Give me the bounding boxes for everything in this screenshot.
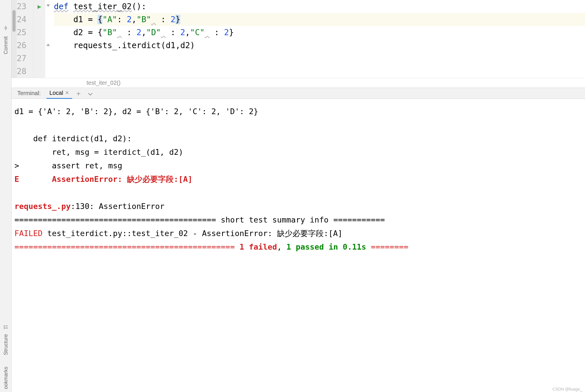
- code-content[interactable]: def test_iter_02(): d1 = {"A": 2,"B" : 2…: [45, 0, 585, 78]
- watermark: CSDN @liuage_: [552, 387, 582, 391]
- close-icon[interactable]: ✕: [65, 90, 69, 96]
- code-line[interactable]: requests_.iterdict(d1,d2): [54, 39, 585, 52]
- terminal-text: def iterdict(d1, d2):: [14, 134, 132, 143]
- svg-rect-3: [4, 325, 5, 326]
- terminal-result-line: ========================================…: [14, 242, 239, 251]
- code-line-current[interactable]: d1 = {"A": 2,"B" : 2}: [54, 13, 585, 26]
- run-test-icon[interactable]: ▶: [38, 3, 41, 10]
- code-line[interactable]: def test_iter_02():: [54, 0, 585, 13]
- line-number: 25: [17, 26, 31, 39]
- add-terminal-button[interactable]: ＋: [75, 90, 82, 97]
- svg-rect-8: [5, 328, 7, 329]
- breadcrumb-item[interactable]: test_iter_02(): [87, 80, 121, 86]
- breadcrumb[interactable]: test_iter_02(): [12, 78, 585, 88]
- line-number-gutter: 23 24 25 26 27 28: [17, 0, 34, 78]
- svg-point-0: [5, 27, 7, 29]
- terminal-header: Terminal: Local ✕ ＋: [12, 88, 585, 99]
- main-area: 23 24 25 26 27 28 ▶ def test_: [12, 0, 585, 392]
- terminal-failed-line: FAILED: [14, 229, 43, 238]
- svg-rect-4: [4, 327, 5, 327]
- svg-rect-5: [4, 328, 5, 329]
- terminal-summary-header: ========================================…: [14, 215, 221, 224]
- code-editor[interactable]: 23 24 25 26 27 28 ▶ def test_: [12, 0, 585, 78]
- terminal-error: E AssertionError:: [14, 175, 127, 184]
- sidebar-tab-commit[interactable]: Commit: [3, 33, 8, 57]
- fold-gutter: [45, 0, 51, 78]
- fold-close-icon[interactable]: [46, 43, 50, 47]
- terminal-text: ret, msg = iterdict_(d1, d2): [14, 148, 183, 157]
- commit-icon: [3, 25, 8, 31]
- terminal-tab-label: Local: [49, 90, 63, 96]
- terminal-text: d1 = {'A': 2, 'B': 2}, d2 = {'B': 2, 'C'…: [14, 107, 258, 116]
- fold-open-icon[interactable]: [46, 4, 50, 8]
- svg-rect-6: [5, 325, 7, 326]
- terminal-title: Terminal:: [14, 90, 44, 97]
- line-number: 23: [17, 0, 31, 13]
- terminal-options-button[interactable]: [88, 90, 93, 97]
- chevron-down-icon: [88, 92, 93, 96]
- sidebar-tab-bookmarks[interactable]: ookmarks: [3, 364, 8, 392]
- terminal-error-file: requests_.py: [14, 202, 71, 211]
- structure-icon: [3, 325, 8, 330]
- tool-sidebar: Commit Structure ookmarks: [0, 0, 12, 392]
- line-number: 24: [17, 13, 31, 26]
- scroll-thumb[interactable]: [12, 10, 16, 32]
- terminal-panel: Terminal: Local ✕ ＋ d1 = {'A': 2, 'B': 2…: [12, 88, 585, 392]
- svg-rect-7: [5, 327, 7, 327]
- terminal-output[interactable]: d1 = {'A': 2, 'B': 2}, d2 = {'B': 2, 'C'…: [12, 99, 585, 392]
- terminal-text: > assert ret, msg: [14, 161, 122, 170]
- code-line[interactable]: [54, 65, 585, 78]
- line-number: 27: [17, 52, 31, 65]
- line-number: 26: [17, 39, 31, 52]
- editor-scrollbar[interactable]: [12, 0, 17, 78]
- code-line[interactable]: d2 = {"B" : 2,"D" : 2,"C" : 2}: [54, 26, 585, 39]
- terminal-tab-local[interactable]: Local ✕: [46, 88, 72, 99]
- run-gutter: ▶: [34, 0, 45, 78]
- line-number: 28: [17, 65, 31, 78]
- sidebar-tab-structure[interactable]: Structure: [3, 331, 8, 358]
- code-line[interactable]: [54, 52, 585, 65]
